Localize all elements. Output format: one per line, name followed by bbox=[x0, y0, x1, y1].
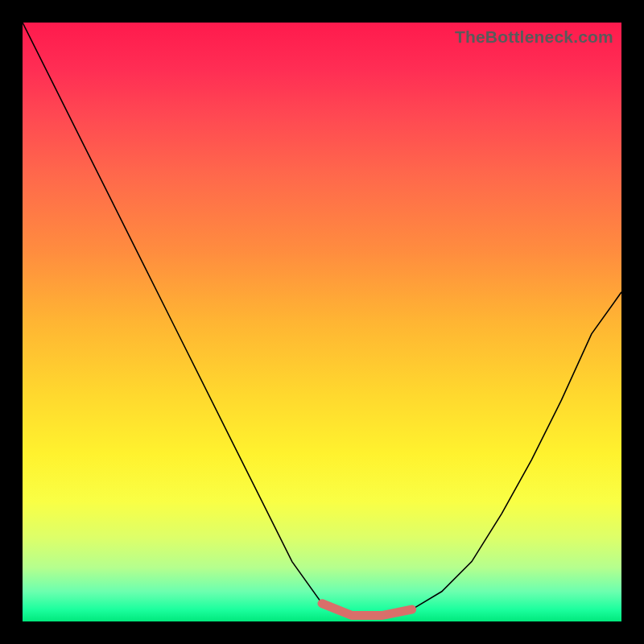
plot-area: TheBottleneck.com bbox=[23, 23, 621, 621]
bottleneck-curve bbox=[23, 23, 621, 621]
chart-frame: TheBottleneck.com bbox=[0, 0, 644, 644]
